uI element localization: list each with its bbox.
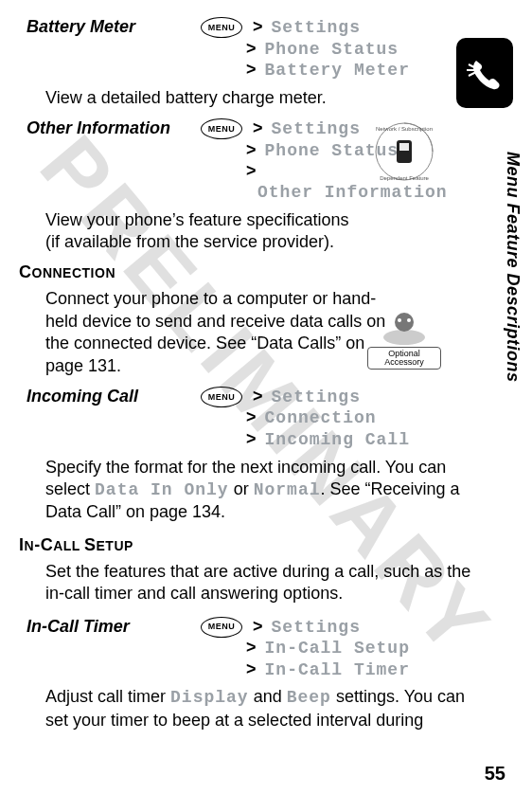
chevron-right-icon: > (246, 659, 257, 678)
entry-label-battery-meter: Battery Meter (19, 17, 201, 37)
path-seg: Settings (272, 18, 361, 37)
path-seg: In-Call Timer (265, 660, 410, 679)
text: and (249, 687, 287, 706)
body-in-call-setup: Set the features that are active during … (45, 561, 481, 605)
text: or (229, 479, 254, 498)
body-in-call-timer: Adjust call timer Display and Beep setti… (45, 686, 481, 731)
entry-battery-meter: Battery Meter MENU > Settings > Phone St… (19, 17, 492, 81)
path-seg: Phone Status (265, 141, 399, 160)
chevron-right-icon: > (246, 140, 257, 159)
section-heading-connection: CONNECTION (19, 262, 492, 282)
chevron-right-icon: > (246, 407, 257, 426)
chevron-right-icon: > (246, 638, 257, 657)
entry-path-in-call-timer: MENU > Settings > In-Call Setup > In-Cal… (201, 617, 492, 681)
path-seg: Connection (265, 408, 377, 427)
phone-icon (463, 51, 506, 95)
entry-label-incoming-call: Incoming Call (19, 387, 201, 406)
chevron-right-icon: > (246, 39, 257, 58)
entry-label-other-information: Other Information (19, 118, 201, 138)
side-section-label: Menu Feature Descriptions (503, 152, 523, 383)
chevron-right-icon: > (246, 161, 257, 180)
chevron-right-icon: > (253, 387, 263, 406)
chevron-right-icon: > (253, 17, 263, 36)
entry-in-call-timer: In-Call Timer MENU > Settings > In-Call … (19, 617, 492, 681)
body-battery-meter: View a detailed battery charge meter. (45, 87, 424, 109)
entry-other-information: Other Information MENU > Settings > Phon… (19, 118, 492, 203)
menu-key-icon: MENU (201, 387, 242, 407)
body-other-info-1: View your phone’s feature specifications (45, 209, 424, 231)
section-heading-in-call-setup: IN-CALL SETUP (19, 535, 492, 555)
body-other-info-2: (if available from the service provider)… (45, 231, 424, 253)
path-seg: In-Call Setup (265, 639, 410, 658)
option-data-in-only: Data In Only (95, 480, 229, 499)
path-seg: Battery Meter (265, 61, 410, 80)
chevron-right-icon: > (246, 60, 257, 79)
body-connection: Connect your phone to a computer or hand… (45, 288, 396, 377)
path-seg: Other Information (257, 183, 448, 202)
path-seg: Phone Status (265, 40, 399, 59)
chevron-right-icon: > (253, 617, 263, 636)
entry-path-incoming-call: MENU > Settings > Connection > Incoming … (201, 387, 492, 451)
path-seg: Settings (272, 119, 361, 138)
side-tab-phone (456, 38, 513, 108)
chevron-right-icon: > (253, 118, 263, 137)
menu-key-icon: MENU (201, 617, 242, 638)
menu-key-icon: MENU (201, 118, 242, 139)
option-normal: Normal (254, 480, 321, 499)
path-seg: Incoming Call (265, 430, 410, 449)
option-display: Display (170, 688, 249, 707)
entry-path-other-information: MENU > Settings > Phone Status > Other I… (201, 118, 492, 203)
body-incoming-call: Specify the format for the next incoming… (45, 457, 481, 524)
path-seg: Settings (272, 388, 361, 406)
chevron-right-icon: > (246, 429, 257, 448)
page-number: 55 (485, 763, 505, 785)
text: Adjust call timer (45, 687, 170, 706)
option-beep: Beep (287, 688, 331, 707)
entry-path-battery-meter: MENU > Settings > Phone Status > Battery… (201, 17, 492, 81)
path-seg: Settings (272, 618, 361, 637)
entry-label-in-call-timer: In-Call Timer (19, 617, 201, 637)
entry-incoming-call: Incoming Call MENU > Settings > Connecti… (19, 387, 492, 451)
menu-key-icon: MENU (201, 17, 242, 38)
